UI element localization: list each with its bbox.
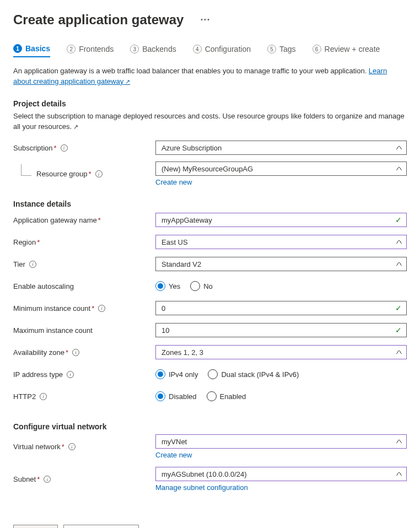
page-title: Create application gateway ··· [13, 12, 407, 28]
previous-button: Previous [13, 525, 58, 528]
subnet-value: myAGSubnet (10.0.0.0/24) [161, 470, 247, 478]
step-backends[interactable]: 3 Backends [130, 44, 176, 57]
external-icon[interactable] [72, 122, 78, 131]
autoscale-no-radio[interactable]: No [190, 281, 213, 291]
ip-type-label: IP address type i [13, 370, 155, 379]
step-review[interactable]: 6 Review + create [313, 44, 380, 57]
tier-select[interactable]: Standard V2 [155, 257, 407, 271]
resource-group-label: Resource group* i [13, 170, 155, 178]
chevron-down-icon [396, 440, 402, 443]
project-desc: Select the subscription to manage deploy… [13, 111, 407, 132]
step-basics[interactable]: 1 Basics [13, 44, 50, 57]
step-label: Frontends [79, 45, 114, 53]
step-number-icon: 6 [313, 45, 321, 53]
step-label: Basics [25, 44, 50, 53]
ip-dual-radio[interactable]: Dual stack (IPv4 & IPv6) [208, 369, 299, 379]
info-icon[interactable]: i [98, 305, 105, 312]
info-icon[interactable]: i [44, 476, 51, 483]
step-number-icon: 1 [13, 44, 22, 53]
vnet-select[interactable]: myVNet [155, 434, 407, 449]
autoscale-yes-radio[interactable]: Yes [155, 281, 180, 291]
chevron-down-icon [396, 240, 402, 244]
step-label: Review + create [325, 45, 380, 53]
wizard-steps: 1 Basics 2 Frontends 3 Backends 4 Config… [13, 44, 407, 57]
subscription-label: Subscription* i [13, 144, 155, 152]
chevron-down-icon [396, 146, 402, 149]
min-instance-input[interactable]: 0 [155, 301, 407, 315]
http2-disabled-radio[interactable]: Disabled [155, 391, 197, 401]
step-configuration[interactable]: 4 Configuration [193, 44, 251, 57]
info-icon[interactable]: i [95, 170, 103, 177]
chevron-down-icon [396, 167, 402, 170]
radio-icon [155, 391, 165, 401]
http2-label: HTTP2 i [13, 392, 155, 401]
chevron-down-icon [396, 472, 402, 476]
radio-icon [155, 281, 165, 291]
min-instance-label: Minimum instance count* i [13, 304, 155, 313]
info-icon[interactable]: i [68, 443, 76, 450]
step-number-icon: 2 [67, 45, 76, 53]
gateway-name-value: myAppGateway [161, 216, 212, 224]
resource-group-select[interactable]: (New) MyResourceGroupAG [155, 161, 407, 176]
gateway-name-label: Application gateway name* [13, 216, 155, 224]
step-tags[interactable]: 5 Tags [267, 44, 296, 57]
section-instance-details: Instance details [13, 200, 407, 208]
step-frontends[interactable]: 2 Frontends [67, 44, 114, 57]
info-icon[interactable]: i [29, 261, 36, 268]
tier-value: Standard V2 [161, 260, 201, 268]
radio-icon [155, 369, 165, 379]
step-label: Backends [142, 45, 176, 53]
max-instance-label: Maximum instance count [13, 326, 155, 335]
info-icon[interactable]: i [61, 144, 68, 152]
subscription-select[interactable]: Azure Subscription [155, 141, 407, 155]
vnet-value: myVNet [161, 438, 187, 446]
region-select[interactable]: East US [155, 235, 407, 249]
availability-zone-select[interactable]: Zones 1, 2, 3 [155, 345, 407, 359]
tier-label: Tier i [13, 260, 155, 268]
create-new-vnet-link[interactable]: Create new [155, 451, 407, 459]
more-icon[interactable]: ··· [200, 14, 210, 26]
radio-icon [208, 369, 218, 379]
vnet-label: Virtual network* i [13, 443, 155, 451]
subnet-label: Subnet* i [13, 475, 155, 483]
region-value: East US [161, 238, 188, 246]
chevron-down-icon [396, 351, 402, 354]
step-number-icon: 3 [130, 45, 139, 53]
subnet-select[interactable]: myAGSubnet (10.0.0.0/24) [155, 467, 407, 481]
section-vnet: Configure virtual network [13, 422, 407, 431]
section-project-details: Project details [13, 99, 407, 108]
availability-zone-label: Availability zone* i [13, 348, 155, 357]
region-label: Region* [13, 238, 155, 246]
chevron-down-icon [396, 262, 402, 266]
max-instance-value: 10 [161, 326, 169, 335]
manage-subnet-link[interactable]: Manage subnet configuration [155, 483, 407, 492]
radio-icon [190, 281, 200, 291]
step-label: Configuration [205, 45, 251, 53]
subscription-value: Azure Subscription [161, 144, 222, 152]
ip-v4-radio[interactable]: IPv4 only [155, 369, 198, 379]
max-instance-input[interactable]: 10 [155, 323, 407, 337]
radio-icon [207, 391, 217, 401]
availability-zone-value: Zones 1, 2, 3 [161, 348, 203, 357]
info-icon[interactable]: i [72, 349, 79, 356]
http2-enabled-radio[interactable]: Enabled [207, 391, 246, 401]
step-number-icon: 4 [193, 45, 202, 53]
resource-group-value: (New) MyResourceGroupAG [161, 165, 253, 173]
step-number-icon: 5 [267, 45, 276, 53]
info-icon[interactable]: i [40, 393, 47, 400]
info-icon[interactable]: i [67, 371, 74, 378]
gateway-name-input[interactable]: myAppGateway [155, 213, 407, 227]
intro-text: An application gateway is a web traffic … [13, 66, 407, 87]
next-button[interactable]: Next : Frontends > [63, 525, 139, 528]
step-label: Tags [279, 45, 296, 53]
create-new-rg-link[interactable]: Create new [155, 178, 407, 186]
autoscale-label: Enable autoscaling [13, 282, 155, 290]
min-instance-value: 0 [161, 304, 165, 313]
